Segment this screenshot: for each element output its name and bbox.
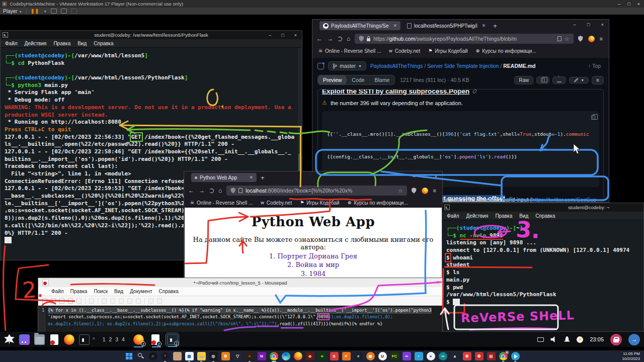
outline-icon[interactable]: ≡ <box>592 76 604 84</box>
kuka-icon[interactable]: ≡ <box>246 352 254 360</box>
tab-blame[interactable]: Blame <box>369 75 394 84</box>
terminal-titlebar[interactable]: $_ student@codeby: /var/www/html/lesson5… <box>1 31 302 39</box>
cinema4d-icon[interactable]: 4 <box>354 352 363 360</box>
display-icon[interactable] <box>537 337 544 342</box>
minimize-button[interactable]: – <box>413 173 415 179</box>
terminal-window-button[interactable]: 2 <box>167 334 178 345</box>
menu-item-Файл[interactable]: Файл <box>51 289 64 294</box>
pause-dropdown-icon[interactable]: ▼ <box>43 10 47 13</box>
adblock-extension-icon[interactable] <box>412 188 417 194</box>
minimize-button[interactable]: – <box>573 22 576 27</box>
menu-icon[interactable]: ≡ <box>600 36 603 42</box>
find-replace-icon[interactable] <box>157 298 162 304</box>
bookmark-item[interactable]: ☠Online - Reverse Shell ... <box>318 48 381 54</box>
section-heading[interactable]: Exploit the SSTI by calling subprocess.P… <box>322 89 599 95</box>
maximize-button[interactable]: □ <box>424 173 427 179</box>
fc-icon[interactable]: FC <box>390 352 399 360</box>
blender-icon[interactable]: ◉ <box>366 352 375 360</box>
contact-icon[interactable] <box>173 352 182 360</box>
save-icon[interactable] <box>59 298 64 304</box>
forward-icon[interactable]: → <box>199 187 205 194</box>
tracking-shield-icon[interactable] <box>359 36 364 42</box>
maximize-button[interactable]: □ <box>281 33 284 38</box>
close-tab-icon[interactable]: ✕ <box>249 175 253 180</box>
obsidian-icon[interactable]: ◎ <box>209 352 218 360</box>
reader-view-icon[interactable] <box>557 36 561 41</box>
player-menu[interactable]: Player ▼ <box>3 9 22 14</box>
tab-code[interactable]: Code <box>347 75 369 84</box>
menu-item-Вид[interactable]: Вид <box>77 41 87 46</box>
sublime-icon[interactable]: S <box>330 352 339 360</box>
kali-menu-icon[interactable] <box>4 334 15 345</box>
menu-item-Файл[interactable]: Файл <box>447 213 459 219</box>
utility-icon[interactable]: ◆ <box>306 352 314 360</box>
menu-item-Справка[interactable]: Справка <box>94 41 113 46</box>
sidebar-toggle-icon[interactable] <box>317 63 324 69</box>
fl-studio-icon[interactable]: F <box>342 352 351 360</box>
breadcrumb-folder-link[interactable]: Server Side Template Injection <box>427 63 499 69</box>
gear-red-icon[interactable]: ⚙ <box>463 352 471 360</box>
firefox-launcher-icon[interactable] <box>64 334 74 345</box>
logout-button[interactable]: → <box>628 334 640 345</box>
rhino-icon[interactable]: ⚙ <box>221 352 230 360</box>
book-link-2[interactable]: 2. Война и мир <box>185 261 442 268</box>
menu-item-Вид[interactable]: Вид <box>114 289 123 294</box>
branch-selector[interactable]: master▼ <box>328 61 366 70</box>
tab-python-web-app[interactable]: Python Web App✕ <box>191 173 257 182</box>
menu-item-Справка[interactable]: Справка <box>535 213 555 219</box>
calendar-icon[interactable]: ▦ <box>185 352 194 360</box>
close-button[interactable]: × <box>434 173 437 179</box>
shapr3d-icon[interactable]: ▽ <box>233 352 242 360</box>
home-icon[interactable]: ⌂ <box>347 35 350 42</box>
telegram-icon[interactable] <box>511 352 520 360</box>
tab-preview[interactable]: Preview <box>318 75 347 84</box>
menu-item-Правка[interactable]: Правка <box>53 41 70 46</box>
menu-item-Вид[interactable]: Вид <box>519 213 528 219</box>
terminal-titlebar[interactable]: $_ student@codeby: ~ <box>442 203 643 212</box>
workspace-switcher[interactable]: 1 2 3 4 <box>103 336 126 342</box>
back-to-top-link[interactable]: ↑ Top <box>588 63 604 69</box>
menu-item-Правка[interactable]: Правка <box>70 289 88 294</box>
terminal-output[interactable]: ┌──(student@codeby)-[~]└─$ nc -nvlp 9898… <box>442 220 643 332</box>
firefox-window-button[interactable]: 2 <box>133 334 144 345</box>
unreal-icon[interactable]: U <box>378 352 387 360</box>
editor-window-button[interactable]: 2 <box>151 334 159 345</box>
close-button[interactable]: × <box>601 22 604 27</box>
pause-vm-button[interactable]: ❚❚ <box>31 9 39 14</box>
find-icon[interactable] <box>148 298 153 304</box>
minimize-button[interactable]: – <box>269 33 271 38</box>
book-link-1[interactable]: 1. Портрет Дориана Грея <box>185 252 442 260</box>
url-bar[interactable]: https://github.com/swisskyrepo/PayloadsA… <box>355 34 573 44</box>
close-button[interactable]: × <box>294 33 297 38</box>
bookmark-item[interactable]: ⚑Игры Кодебай <box>428 48 468 54</box>
file-explorer-icon[interactable]: ▬ <box>197 352 206 360</box>
menu-icon[interactable]: ≡ <box>433 188 436 194</box>
adblock-extension-icon[interactable] <box>578 36 583 42</box>
copy-raw-button[interactable] <box>536 76 549 84</box>
bookmark-item[interactable]: wCodeby.net <box>389 48 420 54</box>
minimize-button[interactable]: – <box>618 2 620 7</box>
back-icon[interactable]: ← <box>188 187 194 194</box>
host-clock[interactable]: 11:05 PM 10/2/2023 <box>622 351 640 361</box>
slack-icon[interactable]: * <box>161 352 170 360</box>
chrome-icon[interactable] <box>270 352 278 360</box>
speedtest-icon[interactable]: ∩ <box>149 352 157 360</box>
editor-text[interactable]: {% for x in ().__class__.__base__.__subc… <box>46 306 432 333</box>
speaker-icon[interactable] <box>550 336 557 343</box>
power-manager-icon[interactable]: ⚡ <box>577 336 583 343</box>
bookmark-item[interactable]: wCodeby.net <box>261 200 292 206</box>
pepper-icon[interactable]: ♣ <box>318 352 327 360</box>
breadcrumb-repo-link[interactable]: PayloadsAllTheThings <box>370 63 423 69</box>
back-icon[interactable]: ← <box>316 35 323 42</box>
text-editor-icon[interactable] <box>50 334 58 345</box>
start-menu-icon[interactable] <box>125 352 133 360</box>
menu-item-Действия[interactable]: Действия <box>466 213 489 219</box>
bookmark-item[interactable]: ⚑Игры Кодебай <box>300 200 340 206</box>
vm-clock[interactable]: 23:05 <box>590 336 604 342</box>
edge-icon[interactable] <box>282 352 290 360</box>
tab-localhost-phptwig[interactable]: localhost/lesson5/PHPTwig/i✕ <box>404 21 489 30</box>
bookmark-star-icon[interactable]: ☆ <box>565 36 569 42</box>
bird-icon[interactable]: ▲ <box>451 352 459 360</box>
raw-button[interactable]: Raw <box>514 76 533 84</box>
mousepad-editor[interactable]: 1 {% for x in ().__class__.__base__.__su… <box>38 306 442 333</box>
